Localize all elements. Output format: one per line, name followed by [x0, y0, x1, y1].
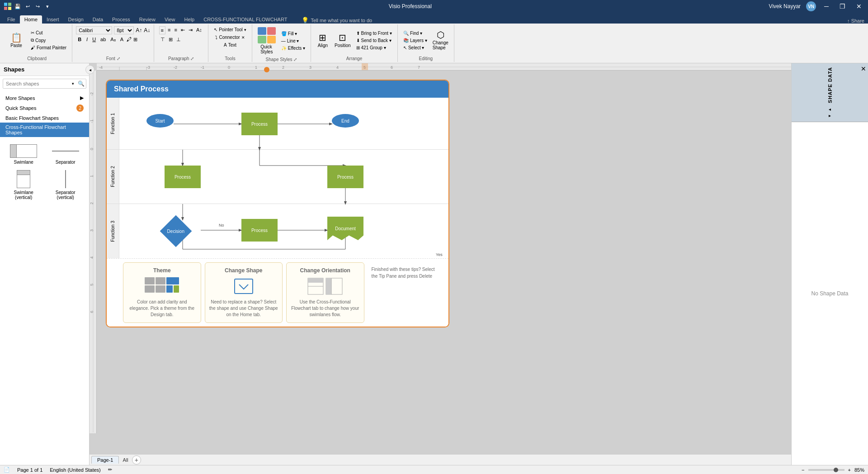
restore-button[interactable]: ❐ [837, 3, 848, 10]
swimlane-vertical-item[interactable]: Swimlane (vertical) [4, 168, 44, 202]
shape-data-header[interactable]: SHAPE DATA ◂ ▸ [792, 63, 868, 122]
tab-file[interactable]: File [3, 15, 20, 24]
tab-process[interactable]: Process [108, 15, 135, 24]
tip-card-theme[interactable]: Theme [123, 262, 201, 323]
decrease-indent-button[interactable]: ⇤ [179, 26, 186, 34]
effects-button[interactable]: ✨ Effects ▾ [279, 45, 307, 52]
shape-process-r1[interactable]: Process [241, 113, 278, 135]
bring-to-front-button[interactable]: ⬆ Bring to Front ▾ [354, 30, 394, 37]
increase-indent-button[interactable]: ⇥ [187, 26, 194, 34]
search-shapes-input[interactable] [3, 80, 71, 88]
zoom-out-button[interactable]: − [802, 467, 804, 473]
align-right-button[interactable]: ≡ [173, 26, 178, 34]
tip-cards-area: Theme [107, 258, 448, 327]
shape-process-r3[interactable]: Process [241, 219, 278, 242]
text-direction-button[interactable]: A↕ [195, 26, 203, 34]
text-button[interactable]: A Text [222, 42, 238, 48]
paragraph-expand-button[interactable]: ⤢ [190, 56, 194, 61]
subscript-button[interactable]: A₂ [109, 36, 117, 43]
add-page-button[interactable]: + [132, 455, 141, 465]
position-button[interactable]: ⊡ Position [333, 32, 353, 49]
separator-vertical-item[interactable]: Separator (vertical) [46, 168, 86, 202]
shape-styles-expand[interactable]: ⤢ [293, 57, 297, 62]
find-button[interactable]: 🔍 Find ▾ [401, 30, 429, 37]
valign-top-button[interactable]: ⊤ [159, 36, 166, 43]
search-execute-button[interactable]: 🔍 [75, 79, 87, 88]
shape-data-close-button[interactable]: ✕ [861, 65, 866, 72]
more-shapes-item[interactable]: More Shapes ▶ [0, 93, 89, 103]
quick-styles-button[interactable]: QuickStyles [256, 26, 278, 55]
connector-button[interactable]: ⤵ Connector ✕ [213, 34, 246, 41]
send-to-back-button[interactable]: ⬇ Send to Back ▾ [354, 37, 394, 44]
shape-start[interactable]: Start [146, 114, 174, 128]
tab-home[interactable]: Home [20, 15, 42, 24]
font-dialog-button[interactable]: ⊞ [133, 37, 137, 43]
app-icon[interactable] [4, 2, 12, 10]
arrange-content: ⊞ Align ⊡ Position ⬆ Bring to Front ▾ ⬇ … [314, 25, 395, 55]
underline-button[interactable]: U [91, 36, 97, 43]
quick-shapes-item[interactable]: Quick Shapes 2 [0, 103, 89, 114]
app-title: Visio Professional [52, 3, 769, 9]
tab-view[interactable]: View [160, 15, 180, 24]
change-shape-button[interactable]: ⬡ ChangeShape [431, 29, 450, 51]
tab-design[interactable]: Design [64, 15, 88, 24]
cut-label: Cut [36, 30, 43, 35]
italic-button[interactable]: I [85, 36, 89, 43]
search-bar-ribbon[interactable]: 💡 Tell me what you want to do [299, 17, 375, 24]
separator-shape-item[interactable]: Separator [46, 142, 86, 166]
page-tab-1[interactable]: Page-1 [91, 456, 119, 464]
shape-end[interactable]: End [332, 114, 359, 128]
font-color-button[interactable]: A [119, 36, 125, 43]
share-label[interactable]: ↑ Share [847, 18, 864, 24]
font-expand-button[interactable]: ⤢ [117, 56, 120, 61]
user-avatar[interactable]: VN [806, 1, 816, 11]
align-left-button[interactable]: ≡ [159, 26, 165, 34]
paste-button[interactable]: 📋 Paste [5, 32, 27, 49]
swimlane-shape-item[interactable]: Swimlane [4, 142, 44, 166]
tip-card-change-shape[interactable]: Change Shape Need to replace a shape? Se… [205, 262, 283, 323]
tab-insert[interactable]: Insert [42, 15, 64, 24]
find-label: Find ▾ [410, 31, 422, 36]
fill-button[interactable]: 🪣 Fill ▾ [279, 30, 307, 37]
zoom-slider[interactable] [808, 469, 844, 471]
cut-button[interactable]: ✂ Cut [29, 29, 68, 36]
line-button[interactable]: — Line ▾ [279, 38, 307, 44]
tab-review[interactable]: Review [135, 15, 160, 24]
font-size-select[interactable]: 8pt [114, 26, 134, 34]
basic-flowchart-item[interactable]: Basic Flowchart Shapes [0, 114, 89, 123]
minimize-button[interactable]: ─ [821, 3, 831, 10]
collapse-panel-button[interactable]: ◂ [85, 65, 94, 74]
layers-button[interactable]: 📚 Layers ▾ [401, 37, 429, 44]
redo-button[interactable]: ↪ [33, 2, 42, 10]
undo-button[interactable]: ↩ [24, 2, 32, 10]
close-button[interactable]: ✕ [854, 3, 864, 10]
save-button[interactable]: 💾 [14, 2, 22, 10]
tab-data[interactable]: Data [88, 15, 108, 24]
format-painter-button[interactable]: 🖌 Format Painter [29, 44, 68, 51]
valign-bottom-button[interactable]: ⊥ [175, 36, 182, 43]
bold-button[interactable]: B [76, 36, 83, 43]
group-button[interactable]: ⊞ 421 Group ▾ [354, 44, 394, 51]
align-button[interactable]: ⊞ Align [315, 32, 331, 49]
tip-card-orientation[interactable]: Change Orientation Use the Cro [286, 262, 364, 323]
select-button[interactable]: ↖ Select ▾ [401, 44, 429, 51]
search-dropdown-button[interactable]: ▾ [71, 81, 75, 87]
shape-process-r2r[interactable]: Process [327, 166, 363, 188]
align-center-button[interactable]: ≡ [166, 26, 172, 34]
highlight-button[interactable]: 🖍 [127, 37, 132, 42]
font-family-select[interactable]: Calibri [76, 26, 112, 34]
canvas-area[interactable]: -4 -3 -2 -1 0 1 2 3 4 5 6 7 -2 -1 0 1 [90, 63, 791, 465]
tab-help[interactable]: Help [180, 15, 199, 24]
decrease-font-button[interactable]: A↓ [144, 27, 150, 33]
copy-button[interactable]: ⧉ Copy [29, 37, 68, 44]
qa-dropdown-button[interactable]: ▾ [43, 2, 52, 10]
all-pages-button[interactable]: All [120, 456, 131, 464]
increase-font-button[interactable]: A↑ [136, 27, 142, 33]
valign-middle-button[interactable]: ⊞ [167, 36, 174, 43]
strikethrough-button[interactable]: ab [99, 36, 107, 43]
zoom-in-button[interactable]: + [848, 467, 851, 473]
pointer-tool-button[interactable]: ↖ Pointer Tool ▾ [212, 26, 248, 33]
cross-functional-item[interactable]: Cross-Functional Flowchart Shapes [0, 123, 89, 137]
shape-process-r2l[interactable]: Process [165, 166, 201, 188]
tab-cross-functional[interactable]: CROSS-FUNCTIONAL FLOWCHART [199, 15, 292, 24]
